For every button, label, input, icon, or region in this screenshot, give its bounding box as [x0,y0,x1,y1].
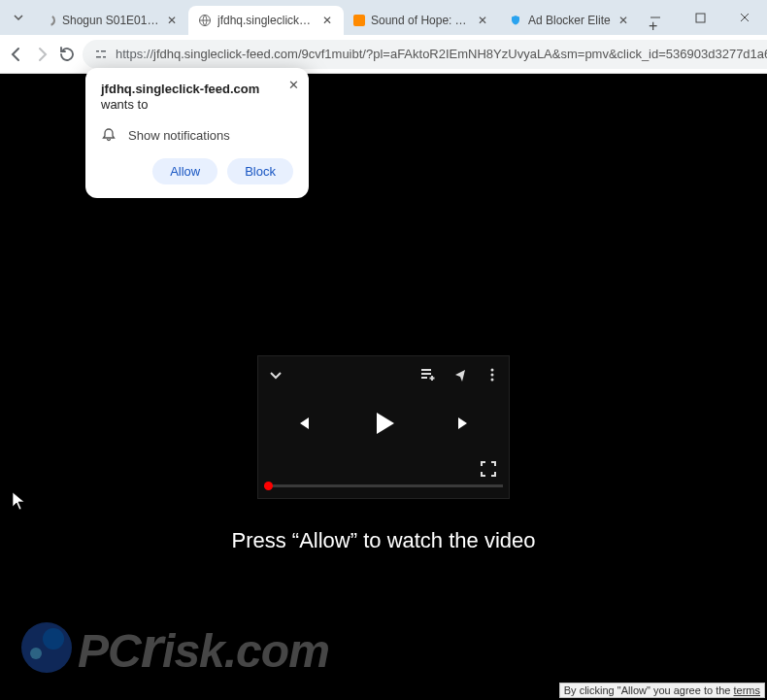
site-settings-icon[interactable] [94,48,108,61]
close-window-button[interactable] [722,0,767,35]
svg-rect-7 [103,56,106,58]
share-button[interactable] [452,366,470,383]
prompt-wants-to: wants to [101,97,293,112]
prompt-buttons: Allow Block [101,158,293,184]
next-track-button[interactable] [454,414,474,433]
tab-label: Ad Blocker Elite [528,14,611,27]
prompt-option-label: Show notifications [128,128,230,143]
tab-search-button[interactable] [4,12,33,23]
maximize-button[interactable] [678,0,722,35]
arrow-right-icon [33,46,50,63]
svg-rect-6 [96,56,101,58]
tab-close-button[interactable]: ✕ [320,14,334,27]
mouse-cursor-icon [12,491,25,511]
prev-track-button[interactable] [293,414,313,433]
watermark-text: PCrisk.com [78,614,329,681]
tab-close-button[interactable]: ✕ [476,14,489,27]
video-player [257,355,510,499]
player-topbar [258,356,509,393]
bell-icon [101,127,117,143]
tab-item-0[interactable]: Shogun S01E01.mp4 ✕ [33,6,188,35]
tab-close-button[interactable]: ✕ [165,14,179,27]
maximize-icon [695,13,706,23]
back-button[interactable] [8,40,25,69]
tab-item-2[interactable]: Sound of Hope: The Story ✕ [344,6,499,35]
playlist-add-icon [419,366,437,383]
tab-label: Shogun S01E01.mp4 [62,14,159,27]
address-bar[interactable]: https://jfdhq.singleclick-feed.com/9cvf1… [83,40,767,69]
tab-close-button[interactable]: ✕ [617,14,630,27]
player-bottombar [258,453,509,484]
play-icon [369,409,398,438]
tab-item-1[interactable]: jfdhq.singleclick-feed.com/ ✕ [188,6,344,35]
seek-handle-icon[interactable] [264,482,273,490]
watermark-logo-icon [21,622,72,673]
tab-label: Sound of Hope: The Story [371,14,470,27]
loading-spinner-icon [43,14,56,27]
player-controls [258,393,509,453]
kebab-icon [485,367,499,383]
allow-button[interactable]: Allow [152,158,217,184]
globe-icon [198,14,212,27]
window-controls [633,0,767,35]
notification-permission-prompt: ✕ jfdhq.singleclick-feed.com wants to Sh… [85,68,309,198]
svg-point-0 [45,16,54,25]
collapse-button[interactable] [268,367,283,383]
tab-strip: Shogun S01E01.mp4 ✕ jfdhq.singleclick-fe… [33,0,667,35]
play-button[interactable] [369,409,398,438]
site-favicon-icon [353,14,365,27]
reload-button[interactable] [58,40,75,69]
svg-point-13 [491,374,494,377]
skip-next-icon [454,414,474,433]
arrow-left-icon [8,46,25,63]
close-icon [739,12,750,23]
prompt-option-row: Show notifications [101,127,293,143]
chevron-down-icon [13,12,24,23]
footer-terms-link[interactable]: terms [734,684,761,696]
footer-prefix: By clicking "Allow" you agree to the [564,684,734,696]
queue-button[interactable] [419,366,437,383]
seek-track [264,484,503,487]
seek-bar[interactable] [258,484,509,498]
footer-consent-note: By clicking "Allow" you agree to the ter… [559,683,765,698]
prompt-domain: jfdhq.singleclick-feed.com [101,82,293,96]
fullscreen-icon [480,460,497,478]
window-titlebar: Shogun S01E01.mp4 ✕ jfdhq.singleclick-fe… [0,0,767,35]
chevron-down-icon [268,367,283,383]
svg-rect-3 [696,14,705,22]
fullscreen-button[interactable] [480,460,497,478]
shield-icon [509,14,522,27]
svg-rect-2 [353,15,365,26]
forward-button[interactable] [33,40,50,69]
watermark: PCrisk.com [21,614,329,681]
tab-item-3[interactable]: Ad Blocker Elite ✕ [499,6,640,35]
svg-point-14 [491,379,494,382]
tab-label: jfdhq.singleclick-feed.com/ [217,14,315,27]
minimize-icon [650,12,661,23]
player-menu-button[interactable] [485,367,499,383]
svg-point-12 [491,369,494,372]
svg-rect-5 [101,50,106,52]
share-icon [452,366,470,383]
prompt-close-button[interactable]: ✕ [288,78,299,92]
instruction-text: Press “Allow” to watch the video [0,528,767,553]
minimize-button[interactable] [633,0,678,35]
skip-previous-icon [293,414,313,433]
url-text: https://jfdhq.singleclick-feed.com/9cvf1… [116,47,767,61]
reload-icon [58,46,75,62]
block-button[interactable]: Block [227,158,293,184]
svg-rect-4 [96,50,99,52]
